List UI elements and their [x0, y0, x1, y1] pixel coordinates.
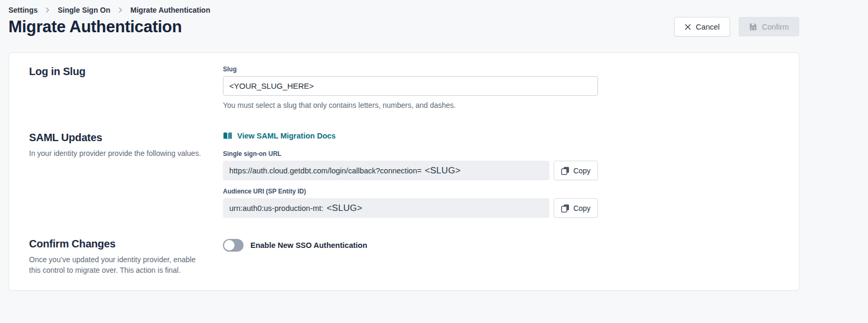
sso-url-value-field: https://auth.cloud.getdbt.com/login/call… [223, 161, 549, 180]
confirm-button[interactable]: Confirm [739, 17, 799, 36]
copy-icon [561, 167, 570, 175]
sso-url-value: https://auth.cloud.getdbt.com/login/call… [229, 167, 422, 175]
login-slug-heading: Log in Slug [29, 66, 206, 78]
enable-sso-toggle[interactable] [223, 239, 244, 252]
saml-updates-description: In your identity provider provide the fo… [29, 149, 206, 159]
login-slug-section: Log in Slug Slug You must select a slug … [29, 66, 779, 109]
sso-url-label: Single sign-on URL [223, 150, 598, 158]
sso-url-field-group: Single sign-on URL https://auth.cloud.ge… [223, 150, 598, 180]
breadcrumb-item-single-sign-on[interactable]: Single Sign On [58, 6, 110, 14]
slug-help-text: You must select a slug that only contain… [223, 101, 598, 109]
toggle-knob [224, 240, 235, 251]
copy-button-label: Copy [573, 204, 591, 213]
confirm-button-label: Confirm [762, 23, 789, 31]
header-actions: Cancel Confirm [674, 17, 799, 36]
save-icon [749, 23, 757, 31]
slug-field-label: Slug [223, 66, 598, 73]
audience-uri-value-field: urn:auth0:us-production-mt: <SLUG> [223, 198, 549, 218]
migrate-authentication-card: Log in Slug Slug You must select a slug … [8, 52, 799, 291]
chevron-right-icon [117, 6, 124, 14]
view-saml-migration-docs-link[interactable]: View SAML Migration Docs [223, 132, 335, 140]
docs-link-label: View SAML Migration Docs [237, 132, 335, 140]
slug-input[interactable] [223, 76, 598, 96]
breadcrumb-item-migrate-authentication: Migrate Authentication [130, 6, 210, 14]
audience-uri-slug-token: <SLUG> [326, 203, 362, 214]
copy-sso-url-button[interactable]: Copy [554, 161, 598, 180]
audience-uri-field-group: Audience URI (SP Entity ID) urn:auth0:us… [223, 188, 598, 218]
breadcrumb-item-settings[interactable]: Settings [8, 6, 38, 14]
sso-url-slug-token: <SLUG> [425, 165, 461, 176]
confirm-changes-description: Once you’ve updated your identity provid… [29, 255, 206, 275]
breadcrumb: Settings Single Sign On Migrate Authenti… [8, 0, 799, 14]
x-icon [685, 24, 691, 30]
page-content: Settings Single Sign On Migrate Authenti… [8, 0, 799, 291]
copy-audience-uri-button[interactable]: Copy [554, 198, 598, 218]
page-title: Migrate Authentication [8, 17, 182, 36]
copy-icon [561, 204, 570, 213]
chevron-right-icon [44, 6, 51, 14]
saml-updates-heading: SAML Updates [29, 132, 206, 144]
confirm-changes-heading: Confirm Changes [29, 238, 206, 250]
cancel-button[interactable]: Cancel [674, 17, 730, 36]
audience-uri-value: urn:auth0:us-production-mt: [229, 204, 323, 213]
confirm-changes-section: Confirm Changes Once you’ve updated your… [29, 238, 779, 275]
title-row: Migrate Authentication Cancel Confirm [8, 17, 799, 36]
audience-uri-label: Audience URI (SP Entity ID) [223, 188, 598, 195]
copy-button-label: Copy [573, 167, 591, 175]
open-book-icon [223, 132, 232, 140]
saml-updates-section: SAML Updates In your identity provider p… [29, 132, 779, 218]
cancel-button-label: Cancel [696, 23, 720, 31]
enable-sso-toggle-label: Enable New SSO Authentication [250, 241, 367, 250]
